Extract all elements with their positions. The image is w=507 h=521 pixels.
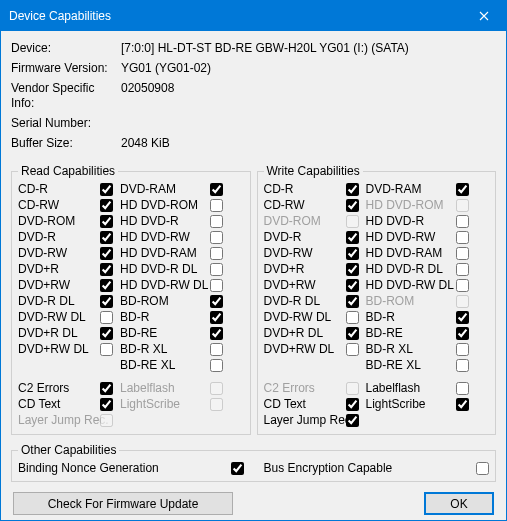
write-labelflash-checkbox[interactable]: [456, 382, 469, 395]
check-firmware-button[interactable]: Check For Firmware Update: [13, 492, 233, 515]
read-c2errors-label: C2 Errors: [18, 381, 96, 396]
bus-encryption-label: Bus Encryption Capable: [264, 461, 477, 475]
read-dvdprw-checkbox[interactable]: [100, 279, 113, 292]
write-dvdmrw-checkbox[interactable]: [346, 247, 359, 260]
write-dvdprdl-checkbox[interactable]: [346, 327, 359, 340]
read-dvdprdl-checkbox[interactable]: [100, 327, 113, 340]
write-c2errors-checkbox: [346, 382, 359, 395]
write-bdrom-checkbox: [456, 295, 469, 308]
read-dvdpr-checkbox[interactable]: [100, 263, 113, 276]
read-hddvdrom-checkbox[interactable]: [210, 199, 223, 212]
read-dvdmrdl-checkbox[interactable]: [100, 295, 113, 308]
read-dvdrom-checkbox[interactable]: [100, 215, 113, 228]
write-hddvdr-checkbox[interactable]: [456, 215, 469, 228]
serial-label: Serial Number:: [11, 116, 121, 131]
device-label: Device:: [11, 41, 121, 56]
write-dvdram-label: DVD-RAM: [366, 182, 452, 197]
buffer-value: 2048 KiB: [121, 136, 496, 151]
read-layerjump-label: Layer Jump Rec.: [18, 413, 96, 428]
read-bdrexl-checkbox[interactable]: [210, 359, 223, 372]
write-cdr-checkbox[interactable]: [346, 183, 359, 196]
read-hddvdrwdl-checkbox[interactable]: [210, 279, 223, 292]
read-hddvdrw-checkbox[interactable]: [210, 231, 223, 244]
read-bdrexl-label: BD-RE XL: [120, 358, 206, 373]
write-cdrw-checkbox[interactable]: [346, 199, 359, 212]
read-cdr-label: CD-R: [18, 182, 96, 197]
bus-encryption-checkbox[interactable]: [476, 462, 489, 475]
write-group-title: Write Capabilities: [264, 164, 363, 178]
ok-button[interactable]: OK: [424, 492, 494, 515]
read-cdtext-checkbox[interactable]: [100, 398, 113, 411]
binding-nonce-checkbox[interactable]: [231, 462, 244, 475]
write-bdrexl-checkbox[interactable]: [456, 359, 469, 372]
read-bdr-checkbox[interactable]: [210, 311, 223, 324]
write-hddvdram-checkbox[interactable]: [456, 247, 469, 260]
other-group-title: Other Capabilities: [18, 443, 119, 457]
read-layerjump-checkbox: [100, 414, 113, 427]
read-bdrxl-checkbox[interactable]: [210, 343, 223, 356]
read-dvdmrwdl-checkbox[interactable]: [100, 311, 113, 324]
read-hddvdram-label: HD DVD-RAM: [120, 246, 206, 261]
write-dvdmrdl-checkbox[interactable]: [346, 295, 359, 308]
write-dvdmr-checkbox[interactable]: [346, 231, 359, 244]
close-icon: [479, 11, 489, 21]
write-dvdprw-checkbox[interactable]: [346, 279, 359, 292]
read-bdrom-checkbox[interactable]: [210, 295, 223, 308]
write-bdr-checkbox[interactable]: [456, 311, 469, 324]
read-dvdram-checkbox[interactable]: [210, 183, 223, 196]
firmware-label: Firmware Version:: [11, 61, 121, 76]
write-dvdmrwdl-checkbox[interactable]: [346, 311, 359, 324]
read-hddvdrdl-checkbox[interactable]: [210, 263, 223, 276]
close-button[interactable]: [461, 1, 506, 31]
read-bdre-checkbox[interactable]: [210, 327, 223, 340]
write-bdrxl-checkbox[interactable]: [456, 343, 469, 356]
read-group-title: Read Capabilities: [18, 164, 118, 178]
write-hddvdrdl-checkbox[interactable]: [456, 263, 469, 276]
read-cdr-checkbox[interactable]: [100, 183, 113, 196]
read-hddvdr-checkbox[interactable]: [210, 215, 223, 228]
read-bdrxl-label: BD-R XL: [120, 342, 206, 357]
read-dvdprw-label: DVD+RW: [18, 278, 96, 293]
other-capabilities-group: Other Capabilities Binding Nonce Generat…: [11, 443, 496, 482]
write-hddvdrdl-label: HD DVD-R DL: [366, 262, 452, 277]
read-dvdmr-checkbox[interactable]: [100, 231, 113, 244]
write-layerjump-label: Layer Jump Rec.: [264, 413, 342, 428]
vendor-label: Vendor Specific Info:: [11, 81, 121, 111]
read-dvdmrw-checkbox[interactable]: [100, 247, 113, 260]
write-hddvdrw-checkbox[interactable]: [456, 231, 469, 244]
buffer-label: Buffer Size:: [11, 136, 121, 151]
vendor-value: 02050908: [121, 81, 496, 111]
read-cdrw-label: CD-RW: [18, 198, 96, 213]
write-dvdmr-label: DVD-R: [264, 230, 342, 245]
read-hddvdram-checkbox[interactable]: [210, 247, 223, 260]
write-lightscribe-checkbox[interactable]: [456, 398, 469, 411]
write-bdr-label: BD-R: [366, 310, 452, 325]
window-title: Device Capabilities: [9, 9, 461, 23]
titlebar: Device Capabilities: [1, 1, 506, 31]
write-bdrxl-label: BD-R XL: [366, 342, 452, 357]
read-dvdprwdl-checkbox[interactable]: [100, 343, 113, 356]
write-dvdprw-label: DVD+RW: [264, 278, 342, 293]
write-bdre-checkbox[interactable]: [456, 327, 469, 340]
write-cdtext-checkbox[interactable]: [346, 398, 359, 411]
read-hddvdr-label: HD DVD-R: [120, 214, 206, 229]
write-dvdrom-checkbox: [346, 215, 359, 228]
read-dvdprwdl-label: DVD+RW DL: [18, 342, 96, 357]
write-hddvdrw-label: HD DVD-RW: [366, 230, 452, 245]
write-dvdram-checkbox[interactable]: [456, 183, 469, 196]
read-bdr-label: BD-R: [120, 310, 206, 325]
serial-value: [121, 116, 496, 131]
write-dvdmrdl-label: DVD-R DL: [264, 294, 342, 309]
write-dvdprwdl-checkbox[interactable]: [346, 343, 359, 356]
read-cdrw-checkbox[interactable]: [100, 199, 113, 212]
write-dvdpr-checkbox[interactable]: [346, 263, 359, 276]
binding-nonce-label: Binding Nonce Generation: [18, 461, 231, 475]
write-bdre-label: BD-RE: [366, 326, 452, 341]
write-layerjump-checkbox[interactable]: [346, 414, 359, 427]
write-dvdmrw-label: DVD-RW: [264, 246, 342, 261]
write-lightscribe-label: LightScribe: [366, 397, 452, 412]
write-bdrom-label: BD-ROM: [366, 294, 452, 309]
read-c2errors-checkbox[interactable]: [100, 382, 113, 395]
read-lightscribe-label: LightScribe: [120, 397, 206, 412]
write-hddvdrwdl-checkbox[interactable]: [456, 279, 469, 292]
